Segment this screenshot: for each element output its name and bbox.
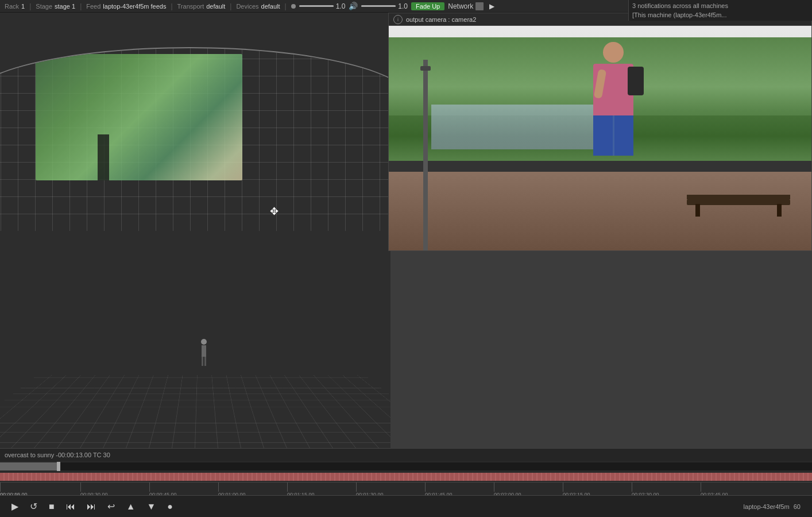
- output-camera-title: output camera : camera2: [406, 16, 476, 23]
- audio-track[interactable]: [361, 5, 396, 7]
- network-indicator: Network: [448, 2, 484, 10]
- led-wall: [0, 47, 390, 231]
- person-arm: [594, 70, 606, 99]
- frame-rate: 60: [794, 503, 801, 510]
- figure-legs: [202, 357, 206, 366]
- figure-body: [202, 345, 206, 357]
- rack-value: 1: [21, 3, 25, 10]
- vol-level: 1.0: [336, 2, 346, 10]
- notifications-panel: 3 notifications across all machines [Thi…: [628, 0, 812, 21]
- transport-item: Transport default: [177, 3, 226, 10]
- rack-item: Rack 1: [5, 3, 25, 10]
- bottom-area: overcast to sunny -00:00:13.00 TC 30 00:…: [0, 448, 812, 517]
- lamp-head: [420, 66, 431, 71]
- devices-value: default: [261, 3, 280, 10]
- bench-leg-left: [695, 204, 700, 217]
- person-figure: [579, 39, 648, 223]
- play-pause-button[interactable]: ▶: [11, 501, 18, 512]
- clip-bar: [0, 473, 812, 481]
- stage-figure: [195, 339, 212, 373]
- transport-bar: ▶ ↺ ■ ⏮ ⏭ ↩ ▲ ▼ ● laptop-43er4f5m 60: [0, 495, 812, 517]
- transport-machine-info: laptop-43er4f5m 60: [744, 503, 801, 510]
- bench-leg-right: [777, 204, 782, 217]
- fade-up-button[interactable]: Fade Up: [411, 2, 444, 10]
- network-status-square: [475, 2, 484, 10]
- led-screen-content: [36, 54, 242, 180]
- mark-in-button[interactable]: ▲: [126, 501, 136, 512]
- park-water: [431, 105, 600, 149]
- volume-slider[interactable]: 1.0: [299, 2, 346, 10]
- transport-controls: ▶ ↺ ■ ⏮ ⏭ ↩ ▲ ▼ ●: [11, 501, 173, 512]
- stage-item: Stage stage 1: [36, 3, 75, 10]
- person-leg-left: [593, 115, 613, 156]
- devices-label: Devices: [236, 3, 258, 10]
- progress-bar[interactable]: [0, 462, 812, 470]
- person-leg-right: [614, 115, 634, 156]
- figure-leg-right: [204, 357, 206, 366]
- camera-viewport: [389, 26, 811, 250]
- grid-floor: [0, 375, 390, 448]
- devices-item: Devices default: [236, 3, 280, 10]
- person-head: [603, 42, 624, 63]
- notification-line-2: [This machine (laptop-43er4f5m...: [632, 10, 809, 20]
- bench-back: [687, 195, 790, 199]
- progress-thumb[interactable]: [57, 462, 60, 471]
- skip-forward-button[interactable]: ⏭: [87, 501, 96, 512]
- feed-value: laptop-43er4f5m feeds: [103, 3, 166, 10]
- transport-value: default: [206, 3, 225, 10]
- stop-button[interactable]: ■: [49, 501, 55, 512]
- rack-label: Rack: [5, 3, 19, 10]
- mark-out-button[interactable]: ▼: [147, 501, 156, 512]
- person-shirt: [593, 64, 633, 115]
- bench-seat: [687, 199, 790, 205]
- vol-track[interactable]: [299, 5, 334, 7]
- transport-label: Transport: [177, 3, 204, 10]
- vol-fill: [299, 5, 334, 7]
- play-button-top[interactable]: ▶: [487, 2, 496, 11]
- machine-name: laptop-43er4f5m: [744, 503, 790, 510]
- lamp-post: [423, 60, 428, 250]
- audio-fill: [361, 5, 396, 7]
- audio-slider[interactable]: 1.0: [361, 2, 408, 10]
- clip-track[interactable]: [0, 472, 812, 482]
- volume-dot: [291, 4, 296, 9]
- audio-icon: 🔊: [349, 2, 358, 10]
- skip-back-button[interactable]: ⏮: [66, 501, 75, 512]
- stage-value: stage 1: [55, 3, 75, 10]
- audio-level: 1.0: [398, 2, 408, 10]
- feed-label: Feed: [86, 3, 100, 10]
- output-camera-panel: i output camera : camera2: [388, 13, 812, 251]
- rewind-button[interactable]: ↩: [107, 501, 115, 512]
- park-bench: [687, 182, 790, 217]
- network-label: Network: [448, 2, 473, 10]
- figure-head: [201, 339, 207, 345]
- 3d-scene[interactable]: ✥: [0, 13, 390, 448]
- progress-fill: [0, 462, 57, 470]
- feed-item: Feed laptop-43er4f5m feeds: [86, 3, 166, 10]
- person-backpack: [628, 67, 644, 95]
- person-pants: [593, 115, 633, 156]
- clip-info: overcast to sunny -00:00:13.00 TC 30: [5, 452, 110, 458]
- loop-button[interactable]: ↺: [30, 501, 37, 512]
- timeline-info: overcast to sunny -00:00:13.00 TC 30: [0, 449, 812, 461]
- figure-leg-left: [202, 357, 203, 366]
- camera-info-icon: i: [393, 15, 403, 24]
- main-viewport: ✥ i output camera : camera2: [0, 13, 812, 448]
- record-button[interactable]: ●: [167, 501, 173, 512]
- stage-label: Stage: [36, 3, 52, 10]
- notification-line-1: 3 notifications across all machines: [632, 1, 809, 10]
